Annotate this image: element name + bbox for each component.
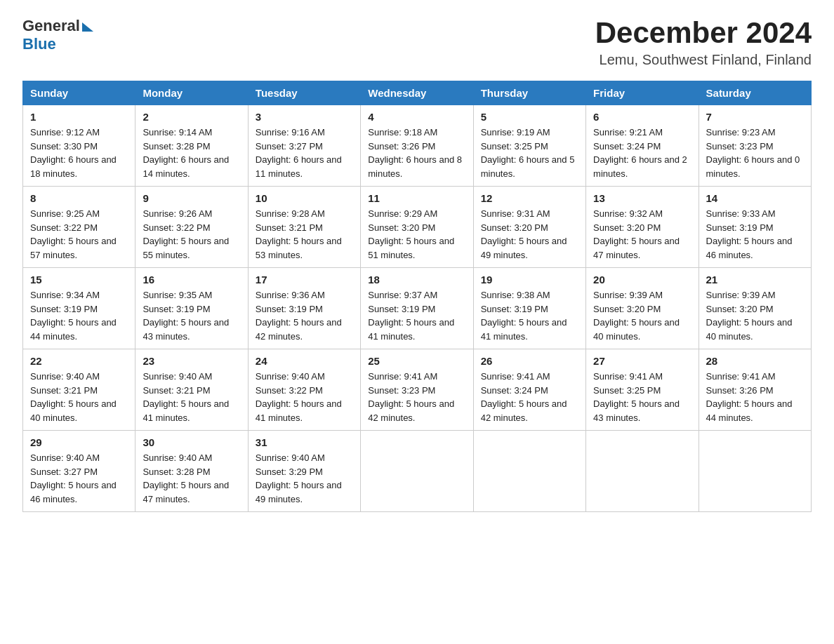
day-number: 15 — [30, 274, 128, 286]
day-info: Sunrise: 9:31 AMSunset: 3:20 PMDaylight:… — [481, 207, 578, 262]
weekday-header-thursday: Thursday — [473, 81, 585, 105]
day-number: 4 — [368, 111, 465, 123]
empty-day-cell — [699, 431, 811, 512]
location-title: Lemu, Southwest Finland, Finland — [595, 52, 812, 68]
calendar-day-cell: 4Sunrise: 9:18 AMSunset: 3:26 PMDaylight… — [361, 105, 473, 187]
day-info: Sunrise: 9:40 AMSunset: 3:21 PMDaylight:… — [143, 370, 240, 424]
day-number: 17 — [256, 274, 353, 286]
calendar-day-cell: 13Sunrise: 9:32 AMSunset: 3:20 PMDayligh… — [586, 187, 699, 268]
logo-triangle-icon — [82, 22, 93, 32]
day-info: Sunrise: 9:26 AMSunset: 3:22 PMDaylight:… — [143, 207, 240, 262]
day-number: 26 — [481, 355, 578, 367]
calendar-day-cell: 17Sunrise: 9:36 AMSunset: 3:19 PMDayligh… — [248, 268, 360, 349]
day-info: Sunrise: 9:41 AMSunset: 3:26 PMDaylight:… — [706, 370, 804, 424]
weekday-header-monday: Monday — [135, 81, 248, 105]
calendar-day-cell: 26Sunrise: 9:41 AMSunset: 3:24 PMDayligh… — [473, 349, 585, 431]
weekday-header-tuesday: Tuesday — [248, 81, 360, 105]
day-info: Sunrise: 9:25 AMSunset: 3:22 PMDaylight:… — [30, 207, 128, 262]
day-number: 5 — [481, 111, 578, 123]
calendar-day-cell: 5Sunrise: 9:19 AMSunset: 3:25 PMDaylight… — [473, 105, 585, 187]
calendar-day-cell: 12Sunrise: 9:31 AMSunset: 3:20 PMDayligh… — [473, 187, 585, 268]
calendar-day-cell: 19Sunrise: 9:38 AMSunset: 3:19 PMDayligh… — [473, 268, 585, 349]
calendar-week-row: 29Sunrise: 9:40 AMSunset: 3:27 PMDayligh… — [23, 431, 812, 512]
month-title: December 2024 — [595, 17, 812, 49]
calendar-day-cell: 14Sunrise: 9:33 AMSunset: 3:19 PMDayligh… — [699, 187, 811, 268]
day-number: 23 — [143, 355, 240, 367]
day-info: Sunrise: 9:40 AMSunset: 3:29 PMDaylight:… — [256, 451, 353, 506]
day-number: 29 — [30, 436, 128, 448]
calendar-day-cell: 23Sunrise: 9:40 AMSunset: 3:21 PMDayligh… — [135, 349, 248, 431]
calendar-day-cell: 6Sunrise: 9:21 AMSunset: 3:24 PMDaylight… — [586, 105, 699, 187]
logo: General Blue — [22, 17, 93, 53]
day-info: Sunrise: 9:12 AMSunset: 3:30 PMDaylight:… — [30, 126, 128, 180]
empty-day-cell — [473, 431, 585, 512]
day-info: Sunrise: 9:39 AMSunset: 3:20 PMDaylight:… — [593, 288, 691, 343]
calendar-day-cell: 22Sunrise: 9:40 AMSunset: 3:21 PMDayligh… — [23, 349, 135, 431]
day-info: Sunrise: 9:18 AMSunset: 3:26 PMDaylight:… — [368, 126, 465, 180]
weekday-header-friday: Friday — [586, 81, 699, 105]
day-number: 30 — [143, 436, 240, 448]
calendar-week-row: 15Sunrise: 9:34 AMSunset: 3:19 PMDayligh… — [23, 268, 812, 349]
day-info: Sunrise: 9:41 AMSunset: 3:25 PMDaylight:… — [593, 370, 691, 424]
day-number: 12 — [481, 192, 578, 204]
day-info: Sunrise: 9:23 AMSunset: 3:23 PMDaylight:… — [706, 126, 804, 180]
day-number: 1 — [30, 111, 128, 123]
day-number: 2 — [143, 111, 240, 123]
calendar-day-cell: 11Sunrise: 9:29 AMSunset: 3:20 PMDayligh… — [361, 187, 473, 268]
day-number: 18 — [368, 274, 465, 286]
day-number: 19 — [481, 274, 578, 286]
day-info: Sunrise: 9:41 AMSunset: 3:23 PMDaylight:… — [368, 370, 465, 424]
day-info: Sunrise: 9:37 AMSunset: 3:19 PMDaylight:… — [368, 288, 465, 343]
day-info: Sunrise: 9:34 AMSunset: 3:19 PMDaylight:… — [30, 288, 128, 343]
day-number: 8 — [30, 192, 128, 204]
day-info: Sunrise: 9:28 AMSunset: 3:21 PMDaylight:… — [256, 207, 353, 262]
calendar-day-cell: 3Sunrise: 9:16 AMSunset: 3:27 PMDaylight… — [248, 105, 360, 187]
day-info: Sunrise: 9:36 AMSunset: 3:19 PMDaylight:… — [256, 288, 353, 343]
logo-blue-text: Blue — [22, 35, 56, 53]
calendar-day-cell: 7Sunrise: 9:23 AMSunset: 3:23 PMDaylight… — [699, 105, 811, 187]
calendar-day-cell: 28Sunrise: 9:41 AMSunset: 3:26 PMDayligh… — [699, 349, 811, 431]
empty-day-cell — [586, 431, 699, 512]
calendar-day-cell: 18Sunrise: 9:37 AMSunset: 3:19 PMDayligh… — [361, 268, 473, 349]
day-number: 16 — [143, 274, 240, 286]
day-number: 27 — [593, 355, 691, 367]
calendar-day-cell: 31Sunrise: 9:40 AMSunset: 3:29 PMDayligh… — [248, 431, 360, 512]
day-number: 9 — [143, 192, 240, 204]
day-info: Sunrise: 9:41 AMSunset: 3:24 PMDaylight:… — [481, 370, 578, 424]
day-number: 25 — [368, 355, 465, 367]
calendar-day-cell: 21Sunrise: 9:39 AMSunset: 3:20 PMDayligh… — [699, 268, 811, 349]
day-number: 28 — [706, 355, 804, 367]
page-header: General Blue December 2024 Lemu, Southwe… — [22, 17, 812, 68]
day-info: Sunrise: 9:16 AMSunset: 3:27 PMDaylight:… — [256, 126, 353, 180]
calendar-day-cell: 8Sunrise: 9:25 AMSunset: 3:22 PMDaylight… — [23, 187, 135, 268]
calendar-day-cell: 9Sunrise: 9:26 AMSunset: 3:22 PMDaylight… — [135, 187, 248, 268]
day-info: Sunrise: 9:19 AMSunset: 3:25 PMDaylight:… — [481, 126, 578, 180]
day-number: 7 — [706, 111, 804, 123]
day-info: Sunrise: 9:21 AMSunset: 3:24 PMDaylight:… — [593, 126, 691, 180]
calendar-day-cell: 15Sunrise: 9:34 AMSunset: 3:19 PMDayligh… — [23, 268, 135, 349]
logo-general-text: General — [22, 17, 80, 35]
day-info: Sunrise: 9:32 AMSunset: 3:20 PMDaylight:… — [593, 207, 691, 262]
calendar-header-row: SundayMondayTuesdayWednesdayThursdayFrid… — [23, 81, 812, 105]
calendar-day-cell: 10Sunrise: 9:28 AMSunset: 3:21 PMDayligh… — [248, 187, 360, 268]
day-info: Sunrise: 9:39 AMSunset: 3:20 PMDaylight:… — [706, 288, 804, 343]
calendar-day-cell: 20Sunrise: 9:39 AMSunset: 3:20 PMDayligh… — [586, 268, 699, 349]
calendar-day-cell: 2Sunrise: 9:14 AMSunset: 3:28 PMDaylight… — [135, 105, 248, 187]
calendar-day-cell: 1Sunrise: 9:12 AMSunset: 3:30 PMDaylight… — [23, 105, 135, 187]
calendar-week-row: 8Sunrise: 9:25 AMSunset: 3:22 PMDaylight… — [23, 187, 812, 268]
empty-day-cell — [361, 431, 473, 512]
weekday-header-saturday: Saturday — [699, 81, 811, 105]
calendar-week-row: 1Sunrise: 9:12 AMSunset: 3:30 PMDaylight… — [23, 105, 812, 187]
calendar-day-cell: 29Sunrise: 9:40 AMSunset: 3:27 PMDayligh… — [23, 431, 135, 512]
day-number: 13 — [593, 192, 691, 204]
day-number: 22 — [30, 355, 128, 367]
day-info: Sunrise: 9:14 AMSunset: 3:28 PMDaylight:… — [143, 126, 240, 180]
day-info: Sunrise: 9:35 AMSunset: 3:19 PMDaylight:… — [143, 288, 240, 343]
day-number: 20 — [593, 274, 691, 286]
weekday-header-wednesday: Wednesday — [361, 81, 473, 105]
day-info: Sunrise: 9:33 AMSunset: 3:19 PMDaylight:… — [706, 207, 804, 262]
calendar-day-cell: 25Sunrise: 9:41 AMSunset: 3:23 PMDayligh… — [361, 349, 473, 431]
day-number: 10 — [256, 192, 353, 204]
calendar-week-row: 22Sunrise: 9:40 AMSunset: 3:21 PMDayligh… — [23, 349, 812, 431]
header-title-block: December 2024 Lemu, Southwest Finland, F… — [595, 17, 812, 68]
